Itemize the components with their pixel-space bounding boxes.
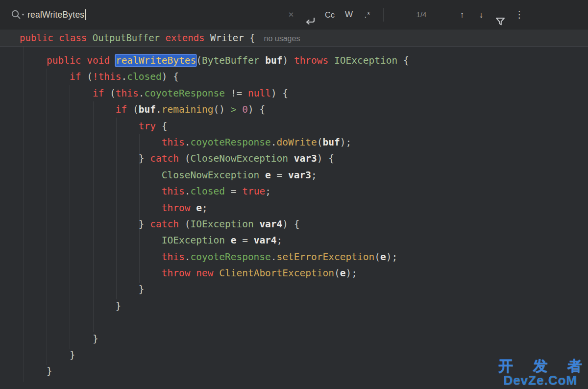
code-line: } (24, 331, 409, 347)
match-case-toggle[interactable]: Cc (321, 0, 338, 29)
text-cursor (85, 9, 86, 20)
search-match-highlight: realWriteBytes (116, 55, 196, 66)
context-code: public class OutputBuffer extends Writer… (20, 32, 255, 43)
code-line (24, 314, 409, 330)
search-icon[interactable] (11, 9, 25, 20)
code-editor[interactable]: public void realWriteBytes(ByteBuffer bu… (0, 47, 588, 389)
code-line: try { (24, 118, 409, 134)
code-line: } catch (IOException var4) { (24, 216, 409, 232)
toolbar-separator (383, 8, 384, 22)
code-line: if (this.coyoteResponse != null) { (24, 85, 409, 101)
code-line: if (buf.remaining() > 0) { (24, 101, 409, 118)
sticky-context-header[interactable]: public class OutputBuffer extends Writer… (0, 29, 588, 47)
code-line: this.coyoteResponse.doWrite(buf); (24, 134, 409, 150)
code-line: IOException e = var4; (24, 232, 409, 248)
filter-icon[interactable] (492, 0, 509, 29)
code-line: throw new ClientAbortException(e); (24, 265, 409, 281)
code-line: public void realWriteBytes(ByteBuffer bu… (24, 52, 409, 69)
code-line: } (24, 298, 409, 314)
search-query-text: realWriteBytes (27, 10, 84, 20)
code-line: CloseNowException e = var3; (24, 167, 409, 183)
regex-toggle[interactable]: .* (359, 0, 376, 29)
code-line: this.coyoteResponse.setErrorException(e)… (24, 249, 409, 265)
code-line: throw e; (24, 200, 409, 216)
code-line: if (!this.closed) { (24, 69, 409, 85)
code-line: this.closed = true; (24, 183, 409, 199)
find-toolbar: realWriteBytes ✕ Cc W .* 1/4 ↑ ↓ ⋮ (0, 0, 588, 29)
context-line: public class OutputBuffer extends Writer… (20, 29, 300, 46)
match-counter: 1/4 (407, 0, 436, 29)
code-line: } (24, 363, 409, 379)
previous-occurrence-icon[interactable]: ↑ (454, 0, 470, 29)
new-line-icon[interactable] (302, 0, 318, 29)
code-line: } catch (CloseNowException var3) { (24, 150, 409, 167)
words-toggle[interactable]: W (341, 0, 357, 29)
next-occurrence-icon[interactable]: ↓ (473, 0, 490, 29)
code-line: } (24, 347, 409, 363)
search-input[interactable]: realWriteBytes (27, 0, 86, 29)
close-icon[interactable]: ✕ (284, 0, 298, 29)
code-line: } (24, 281, 409, 297)
more-options-icon[interactable]: ⋮ (512, 0, 527, 29)
code-area: public void realWriteBytes(ByteBuffer bu… (0, 47, 409, 380)
usages-hint[interactable]: no usages (264, 34, 300, 43)
